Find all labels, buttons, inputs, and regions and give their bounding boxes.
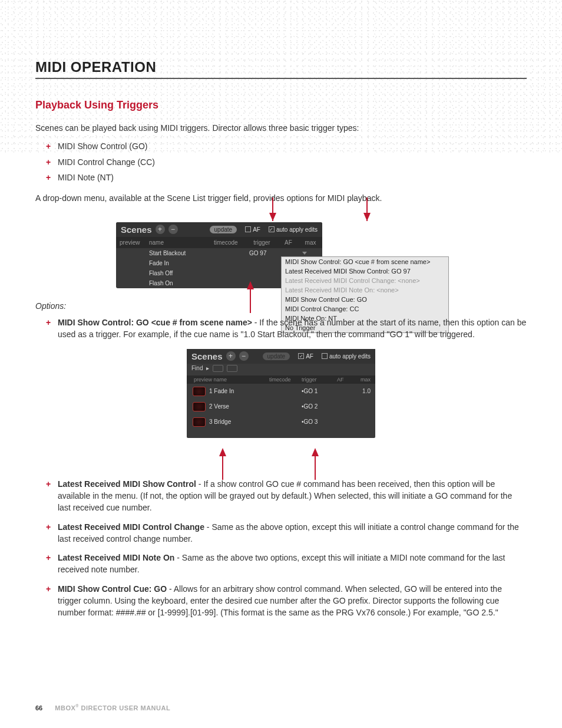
option-item: MIDI Show Control: GO <cue # from scene … [46, 317, 527, 341]
tab-button[interactable] [227, 365, 237, 372]
scene-name: 1 Fade In [209, 388, 302, 394]
col-timecode: timecode [269, 377, 302, 383]
footer-subtitle: DIRECTOR USER MANUAL [81, 704, 171, 711]
col-max: max [355, 377, 375, 383]
scene-name: Fade In [146, 259, 210, 268]
auto-apply-label: auto apply edits [276, 226, 318, 233]
list-item: MIDI Note (NT) [46, 171, 527, 184]
trigger-type-list: MIDI Show Control (GO) MIDI Control Chan… [46, 140, 527, 184]
scene-name: Flash On [146, 279, 210, 288]
preview-thumb-icon [193, 387, 206, 396]
col-trigger: trigger [246, 238, 278, 247]
dropdown-item-disabled: Latest Received MIDI Control Change: <no… [282, 276, 448, 285]
page-footer: 66 MBOX® DIRECTOR USER MANUAL [35, 704, 170, 711]
af-label: AF [253, 226, 260, 233]
col-timecode: timecode [210, 238, 246, 247]
scene-row[interactable]: 2 Verse•GO 2 [187, 399, 375, 414]
scenes-screenshot-1: Scenes + − update AF ✓auto apply edits p… [116, 222, 446, 288]
trigger-value: GO 97 [249, 250, 266, 256]
col-max: max [299, 238, 322, 247]
auto-apply-checkbox[interactable]: auto apply edits [322, 353, 371, 360]
option-item: Latest Received MIDI Show Control - If a… [46, 478, 527, 514]
red-arrow-up-icon [312, 448, 319, 456]
dropdown-item[interactable]: Latest Received MIDI Show Control: GO 97 [282, 266, 448, 276]
red-arrow-up-icon [247, 281, 254, 289]
option-item: Latest Received MIDI Control Change - Sa… [46, 521, 527, 545]
scene-row[interactable]: 3 Bridge•GO 3 [187, 414, 375, 430]
af-checkbox[interactable]: AF [245, 226, 260, 233]
col-trigger: trigger [302, 377, 337, 383]
preview-thumb-icon [193, 402, 206, 411]
af-label: AF [306, 353, 313, 360]
find-label: Find [191, 365, 203, 371]
col-af: AF [337, 377, 355, 383]
plus-icon[interactable]: + [156, 225, 165, 234]
footer-brand: MBOX [55, 704, 75, 711]
preview-thumb-icon [193, 417, 206, 427]
minus-icon[interactable]: − [239, 351, 249, 361]
option-bold: Latest Received MIDI Show Control [58, 479, 196, 489]
option-item: Latest Received MIDI Note On - Same as t… [46, 552, 527, 576]
registered-icon: ® [75, 704, 79, 708]
option-bold: MIDI Show Control: GO <cue # from scene … [58, 318, 252, 327]
max-value: 1.0 [355, 388, 375, 394]
scene-row[interactable]: 1 Fade In•GO 11.0 [187, 384, 375, 399]
trigger-value: •GO 3 [302, 419, 337, 425]
page-number: 66 [35, 704, 42, 711]
scenes-panel-title: Scenes [121, 225, 152, 235]
auto-apply-label: auto apply edits [329, 353, 371, 360]
update-button[interactable]: update [263, 353, 290, 360]
scene-name: 2 Verse [209, 403, 302, 410]
col-name: preview name [187, 377, 269, 383]
trigger-value: •GO 2 [302, 403, 337, 410]
plus-icon[interactable]: + [226, 351, 236, 361]
option-bold: Latest Received MIDI Note On [58, 553, 174, 562]
scene-name: 3 Bridge [209, 419, 302, 425]
intro-text: Scenes can be played back using MIDI tri… [35, 122, 527, 134]
red-arrow-up-icon [219, 448, 226, 456]
dropdown-item[interactable]: MIDI Show Control Cue: GO [282, 295, 448, 304]
dropdown-arrow-icon[interactable] [302, 252, 307, 255]
col-af: AF [278, 238, 299, 247]
list-item: MIDI Show Control (GO) [46, 140, 527, 153]
scene-name: Start Blackout [146, 249, 210, 258]
option-bold: Latest Received MIDI Control Change [58, 522, 204, 532]
auto-apply-checkbox[interactable]: ✓auto apply edits [269, 226, 318, 233]
col-name: name [146, 238, 210, 247]
af-checkbox[interactable]: ✓AF [298, 353, 313, 360]
minus-icon[interactable]: − [168, 225, 178, 234]
section-title: Playback Using Triggers [35, 99, 527, 111]
red-arrow-down-icon [269, 213, 276, 221]
red-arrow-down-icon [363, 213, 371, 221]
option-bold: MIDI Show Control Cue: GO [58, 584, 167, 594]
option-item: MIDI Show Control Cue: GO - Allows for a… [46, 583, 527, 619]
scenes-screenshot-2: Scenes + − update ✓AF auto apply edits F… [187, 349, 375, 438]
list-item: MIDI Control Change (CC) [46, 156, 527, 169]
scene-name: Flash Off [146, 269, 210, 278]
find-arrow-icon: ▸ [206, 365, 209, 371]
dropdown-item-disabled: Latest Received MIDI Note On: <none> [282, 285, 448, 295]
dropdown-item[interactable]: MIDI Control Change: CC [282, 304, 448, 314]
scenes-panel-title: Scenes [191, 351, 223, 361]
dropdown-item[interactable]: MIDI Show Control: GO <cue # from scene … [282, 257, 448, 266]
trigger-value: •GO 1 [302, 388, 337, 394]
col-preview: preview [116, 238, 146, 247]
tab-button[interactable] [213, 365, 223, 372]
after-text: A drop-down menu, available at the Scene… [35, 192, 527, 204]
update-button[interactable]: update [210, 226, 237, 233]
page-title: MIDI OPERATION [35, 59, 527, 79]
